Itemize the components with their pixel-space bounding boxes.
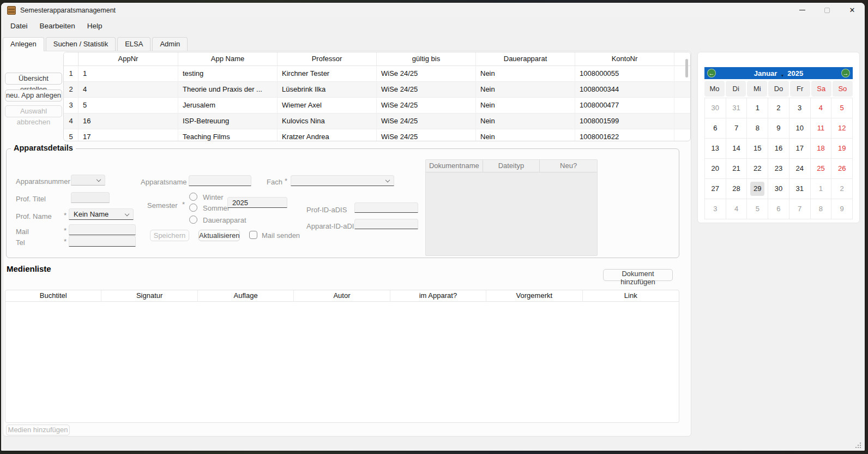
- calendar-day[interactable]: 4: [811, 98, 831, 118]
- semester-jahr-field[interactable]: 2025: [227, 197, 287, 208]
- calendar-day[interactable]: 19: [831, 139, 852, 158]
- calendar-day[interactable]: 8: [747, 118, 768, 138]
- calendar-day[interactable]: 21: [726, 159, 747, 178]
- sidebar-button-3[interactable]: Auswahl abbrechen: [5, 105, 62, 117]
- media-table[interactable]: BuchtitelSignaturAuflageAutorim Apparat?…: [5, 290, 679, 423]
- tab-suchen-statistik[interactable]: Suchen / Statistik: [46, 37, 116, 51]
- apparatsname-field[interactable]: [189, 175, 251, 186]
- calendar-day[interactable]: 3: [789, 98, 810, 118]
- calendar-day[interactable]: 8: [811, 199, 831, 219]
- column-header[interactable]: KontoNr: [575, 52, 674, 66]
- calendar-day[interactable]: 13: [705, 139, 726, 158]
- calendar-day[interactable]: 16: [768, 139, 789, 158]
- calendar-day[interactable]: 30: [768, 179, 789, 199]
- sidebar-button-1[interactable]: Übersicht erstellen: [5, 73, 62, 85]
- media-column-header[interactable]: Link: [583, 290, 679, 302]
- sidebar-button-2[interactable]: neu. App anlegen: [5, 89, 62, 101]
- prof-titel-field[interactable]: [71, 192, 110, 203]
- calendar-day[interactable]: 31: [726, 98, 747, 118]
- calendar-day[interactable]: 12: [831, 118, 852, 138]
- next-month-icon[interactable]: →: [841, 69, 850, 77]
- menu-datei[interactable]: Datei: [4, 20, 34, 32]
- menu-bearbeiten[interactable]: Bearbeiten: [34, 20, 81, 32]
- radio-winter[interactable]: [189, 193, 197, 201]
- column-header[interactable]: Professor: [278, 52, 377, 66]
- calendar-day[interactable]: 26: [831, 159, 852, 178]
- resize-grip-icon[interactable]: [854, 443, 861, 449]
- table-row[interactable]: 517Teaching FilmsKratzer AndreaWiSe 24/2…: [64, 129, 690, 141]
- calendar-day[interactable]: 3: [705, 199, 726, 219]
- doc-column-header[interactable]: Dokumentname: [426, 160, 483, 172]
- calendar-day[interactable]: 6: [705, 118, 726, 138]
- media-column-header[interactable]: Signatur: [101, 290, 197, 302]
- calendar-day[interactable]: 9: [768, 118, 789, 138]
- calendar-day[interactable]: 2: [831, 179, 852, 199]
- calendar-day[interactable]: 4: [726, 199, 747, 219]
- calendar-day[interactable]: 18: [811, 139, 831, 158]
- radio-sommer[interactable]: [189, 204, 197, 212]
- documents-table[interactable]: DokumentnameDateitypNeu?: [425, 159, 598, 256]
- calendar-day[interactable]: 2: [768, 98, 789, 118]
- media-column-header[interactable]: Vorgemerkt: [486, 290, 582, 302]
- radio-dauerapparat[interactable]: [189, 216, 197, 224]
- media-column-header[interactable]: Buchtitel: [5, 290, 101, 302]
- calendar-day[interactable]: 10: [789, 118, 810, 138]
- menu-help[interactable]: Help: [81, 20, 108, 32]
- table-row[interactable]: 416ISP-BetreuungKulovics NinaWiSe 24/25N…: [64, 113, 690, 129]
- column-header[interactable]: AppNr: [79, 52, 178, 66]
- minimize-button[interactable]: [789, 3, 815, 17]
- calendar-day[interactable]: 5: [747, 199, 768, 219]
- table-row[interactable]: 11testingKirchner TesterWiSe 24/25Nein10…: [64, 66, 690, 82]
- calendar-day[interactable]: 27: [705, 179, 726, 199]
- calendar-day[interactable]: 17: [789, 139, 810, 158]
- mail-field[interactable]: [69, 224, 136, 235]
- calendar-day[interactable]: 1: [811, 179, 831, 199]
- calendar-day[interactable]: 31: [789, 179, 810, 199]
- prev-month-icon[interactable]: ←: [707, 69, 716, 77]
- tab-elsa[interactable]: ELSA: [117, 37, 150, 51]
- calendar-month-title[interactable]: Januar▼ 2025: [754, 69, 804, 77]
- apparatsnummer-combobox[interactable]: [71, 175, 105, 186]
- doc-button-1[interactable]: Dokument hinzufügen: [603, 269, 673, 281]
- calendar-day[interactable]: 14: [726, 139, 747, 158]
- maximize-button[interactable]: [815, 3, 840, 17]
- calendar-day[interactable]: 25: [811, 159, 831, 178]
- medien-hinzufuegen-button[interactable]: Medien hinzufügen: [6, 425, 70, 435]
- prof-name-combobox[interactable]: Kein Name: [69, 208, 134, 220]
- tel-field[interactable]: [69, 236, 136, 247]
- mail-senden-checkbox[interactable]: [249, 231, 257, 239]
- calendar-day[interactable]: 9: [831, 199, 852, 219]
- calendar-day[interactable]: 29: [747, 179, 768, 199]
- fach-combobox[interactable]: [291, 175, 394, 186]
- tab-anlegen[interactable]: Anlegen: [3, 37, 44, 51]
- calendar-day[interactable]: 22: [747, 159, 768, 178]
- doc-column-header[interactable]: Neu?: [540, 160, 597, 172]
- doc-column-header[interactable]: Dateityp: [483, 160, 540, 172]
- table-row[interactable]: 24Theorie und Praxis der ...Lüsebrink Il…: [64, 82, 690, 98]
- calendar-day[interactable]: 20: [705, 159, 726, 178]
- apps-table-scrollbar[interactable]: [685, 55, 689, 139]
- aktualisieren-button[interactable]: Aktualisieren: [198, 230, 240, 241]
- apparat-id-adis-field[interactable]: [354, 219, 418, 229]
- calendar-day[interactable]: 1: [747, 98, 768, 118]
- calendar-day[interactable]: 5: [831, 98, 852, 118]
- calendar-day[interactable]: 15: [747, 139, 768, 158]
- calendar-day[interactable]: 7: [726, 118, 747, 138]
- media-column-header[interactable]: Auflage: [198, 290, 294, 302]
- prof-id-adis-field[interactable]: [354, 202, 418, 213]
- column-header[interactable]: Dauerapparat: [476, 52, 575, 66]
- speichern-button[interactable]: Speichern: [150, 230, 189, 241]
- calendar-day[interactable]: 24: [789, 159, 810, 178]
- column-header[interactable]: App Name: [178, 52, 278, 66]
- media-column-header[interactable]: im Apparat?: [390, 290, 486, 302]
- calendar-day[interactable]: 30: [705, 98, 726, 118]
- calendar-day[interactable]: 23: [768, 159, 789, 178]
- close-button[interactable]: ✕: [840, 3, 865, 17]
- calendar-day[interactable]: 7: [789, 199, 810, 219]
- calendar-day[interactable]: 28: [726, 179, 747, 199]
- tab-admin[interactable]: Admin: [152, 37, 188, 51]
- table-row[interactable]: 35JerusalemWiemer AxelWiSe 24/25Nein1008…: [64, 98, 690, 113]
- calendar-day[interactable]: 11: [811, 118, 831, 138]
- scrollbar-thumb[interactable]: [685, 59, 688, 77]
- media-column-header[interactable]: Autor: [294, 290, 390, 302]
